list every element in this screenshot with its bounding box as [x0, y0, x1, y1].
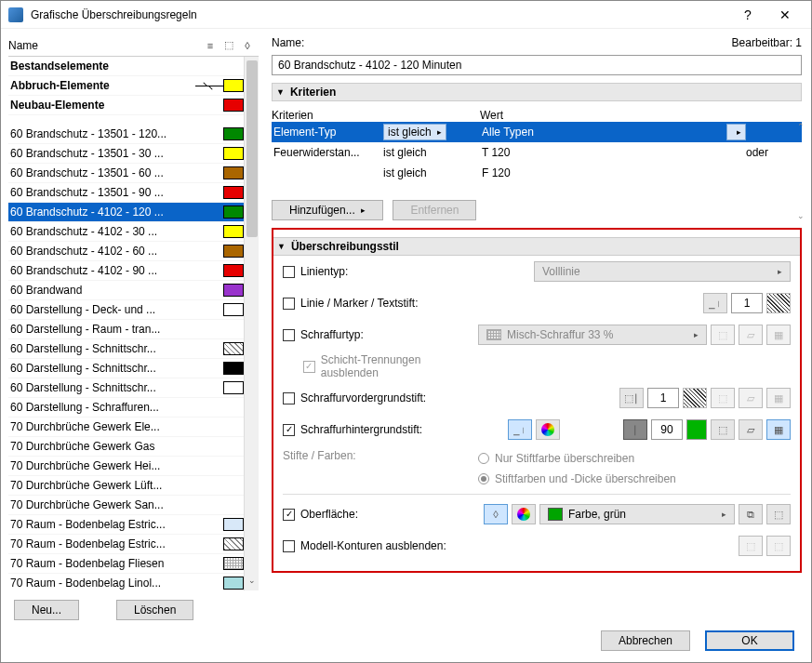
- bg-color-chip[interactable]: [686, 419, 707, 440]
- rule-list-item[interactable]: Bestandselemente: [8, 57, 244, 76]
- rule-list-item[interactable]: 60 Brandschutz - 13501 - 90 ...: [8, 183, 244, 203]
- bg-pen-mode-2[interactable]: [536, 419, 560, 440]
- style-section-header[interactable]: ▼ Überschreibungsstil: [273, 237, 800, 256]
- rule-list-item[interactable]: 60 Brandschutz - 4102 - 90 ...: [8, 261, 244, 281]
- criteria-row[interactable]: Element-Typist gleich▸Alle Typen▸: [272, 122, 802, 142]
- rule-label: 60 Brandschutz - 13501 - 120...: [10, 127, 195, 140]
- bg-opt-2[interactable]: ▱: [739, 419, 763, 440]
- rule-list-item[interactable]: 60 Darstellung - Raum - tran...: [8, 320, 244, 339]
- delete-button[interactable]: Löschen: [116, 600, 193, 620]
- criteria-row[interactable]: Feuerwiderstan...ist gleichT 120oder: [272, 142, 802, 163]
- fill-opt-2: ▱: [739, 325, 763, 345]
- rule-label: 60 Darstellung - Schraffuren...: [10, 401, 195, 414]
- rule-list-item[interactable]: 70 Durchbrüche Gewerk San...: [8, 496, 244, 515]
- ok-button[interactable]: OK: [705, 630, 794, 651]
- rule-list-item[interactable]: Abbruch-Elemente: [8, 76, 244, 96]
- surf-mode-2[interactable]: [512, 504, 536, 524]
- stifte-label: Stifte / Farben:: [283, 449, 356, 462]
- rule-list-item[interactable]: 70 Durchbrüche Gewerk Gas: [8, 437, 244, 457]
- rule-label: 60 Brandschutz - 4102 - 60 ...: [10, 245, 195, 258]
- bg-opt-1[interactable]: ⬚: [711, 419, 735, 440]
- rule-label: Neubau-Elemente: [10, 99, 195, 112]
- rule-list-item[interactable]: 70 Raum - Bodenbelag Fliesen: [8, 554, 244, 574]
- rule-label: 60 Darstellung - Schnittschr...: [10, 381, 195, 394]
- linemarker-label: Linie / Marker / Textstift:: [300, 297, 419, 310]
- rule-list-item[interactable]: 60 Darstellung - Schnittschr...: [8, 378, 244, 398]
- rule-list-item[interactable]: 70 Raum - Bodenbelag Linol...: [8, 574, 244, 590]
- rule-label: 60 Brandschutz - 4102 - 90 ...: [10, 264, 195, 277]
- rule-list-item[interactable]: 60 Darstellung - Schnittschr...: [8, 339, 244, 359]
- rule-list-item[interactable]: 60 Brandschutz - 13501 - 60 ...: [8, 164, 244, 183]
- rule-list-item[interactable]: 60 Brandschutz - 4102 - 120 ...: [8, 203, 244, 222]
- list-header-name: Name: [8, 39, 201, 52]
- rule-label: 70 Durchbrüche Gewerk Gas: [10, 440, 195, 453]
- rule-list-item: [8, 115, 244, 125]
- rule-list-item[interactable]: 60 Brandschutz - 13501 - 30 ...: [8, 144, 244, 164]
- pen-icon-button[interactable]: ⎯∣: [703, 293, 727, 313]
- oberflaeche-dropdown[interactable]: Farbe, grün ▸: [539, 504, 735, 524]
- linemarker-num[interactable]: [731, 293, 763, 313]
- operator-dropdown[interactable]: ist gleich▸: [383, 124, 446, 140]
- modell-checkbox[interactable]: [283, 540, 295, 552]
- hintergrund-num[interactable]: [651, 419, 683, 440]
- cancel-button[interactable]: Abbrechen: [601, 630, 690, 651]
- criteria-row[interactable]: ist gleichF 120: [272, 163, 802, 183]
- list-scrollbar[interactable]: ▲ ⌄: [244, 57, 259, 590]
- rule-label: 60 Darstellung - Schnittschr...: [10, 362, 195, 375]
- rule-list-item[interactable]: 60 Darstellung - Schnittschr...: [8, 359, 244, 378]
- linetype-checkbox[interactable]: [283, 266, 295, 278]
- add-criteria-button[interactable]: Hinzufügen... ▸: [272, 200, 383, 220]
- linetype-dropdown[interactable]: Volllinie▸: [534, 261, 791, 282]
- surf-mode-1[interactable]: ◊: [484, 504, 508, 524]
- bg-opt-3[interactable]: ▦: [766, 419, 791, 440]
- rule-list-item[interactable]: 60 Brandwand: [8, 281, 244, 300]
- criteria-section-header[interactable]: ▼ Kriterien: [272, 83, 802, 101]
- rule-list-item[interactable]: 60 Brandschutz - 4102 - 60 ...: [8, 242, 244, 261]
- fg-opt-3: ▦: [766, 388, 791, 408]
- rule-name-input[interactable]: [272, 55, 802, 75]
- rule-label: 60 Brandschutz - 4102 - 120 ...: [10, 206, 195, 219]
- linemarker-color[interactable]: [766, 293, 791, 313]
- schraffurtyp-label: Schraffurtyp:: [300, 328, 364, 341]
- linemarker-checkbox[interactable]: [283, 298, 295, 310]
- rule-label: 70 Raum - Bodenbelag Estric...: [10, 537, 195, 550]
- collapse-icon: ▼: [276, 87, 285, 97]
- rule-list-item[interactable]: 70 Durchbrüche Gewerk Lüft...: [8, 476, 244, 496]
- fg-pen-icon[interactable]: ⬚∣: [619, 388, 644, 408]
- fill-opt-3: ▦: [766, 325, 791, 345]
- rule-list-item[interactable]: 60 Darstellung - Deck- und ...: [8, 300, 244, 320]
- rule-list-item[interactable]: 60 Brandschutz - 13501 - 120...: [8, 125, 244, 144]
- criteria-scrollbar[interactable]: ⌃⌄: [794, 122, 807, 220]
- surf-opt-2[interactable]: ⬚: [766, 504, 791, 524]
- schraffurtyp-checkbox[interactable]: [283, 329, 295, 341]
- modell-opt-1: ⬚: [739, 536, 763, 556]
- rule-label: 60 Brandwand: [10, 284, 195, 297]
- schraffurtyp-dropdown[interactable]: Misch-Schraffur 33 % ▸: [478, 325, 707, 345]
- header-icon-3: ◊: [238, 40, 257, 51]
- fg-color[interactable]: [683, 388, 707, 408]
- bg-pen-mode-1[interactable]: ⎯∣: [508, 419, 532, 440]
- rule-list-item[interactable]: 60 Darstellung - Schraffuren...: [8, 398, 244, 418]
- rule-label: 60 Brandschutz - 13501 - 30 ...: [10, 147, 195, 160]
- remove-criteria-button[interactable]: Entfernen: [393, 200, 476, 220]
- rule-list-item[interactable]: 70 Raum - Bodenbelag Estric...: [8, 535, 244, 554]
- rule-label: 60 Darstellung - Deck- und ...: [10, 303, 195, 316]
- close-button[interactable]: ✕: [766, 2, 804, 28]
- vordergrund-checkbox[interactable]: [283, 392, 295, 404]
- rule-list-item[interactable]: 60 Brandschutz - 4102 - 30 ...: [8, 222, 244, 242]
- oberflaeche-checkbox[interactable]: [283, 509, 295, 521]
- hintergrund-checkbox[interactable]: [283, 424, 295, 436]
- surf-opt-1[interactable]: ⧉: [739, 504, 763, 524]
- rule-list-item[interactable]: 70 Durchbrüche Gewerk Hei...: [8, 457, 244, 476]
- rule-list-item[interactable]: 70 Durchbrüche Gewerk Ele...: [8, 418, 244, 437]
- rule-label: 70 Durchbrüche Gewerk Ele...: [10, 420, 195, 433]
- bg-pen-preview[interactable]: ∣: [623, 419, 647, 440]
- header-icon-1: ≡: [201, 40, 220, 51]
- rule-list-item[interactable]: Neubau-Elemente: [8, 96, 244, 115]
- radio-stiftfarben-dicke: [478, 473, 489, 484]
- help-button[interactable]: ?: [729, 2, 766, 28]
- value-dropdown[interactable]: ▸: [726, 124, 746, 140]
- vordergrund-num[interactable]: [647, 388, 679, 408]
- rule-list-item[interactable]: 70 Raum - Bodenbelag Estric...: [8, 515, 244, 535]
- new-button[interactable]: Neu...: [14, 600, 79, 620]
